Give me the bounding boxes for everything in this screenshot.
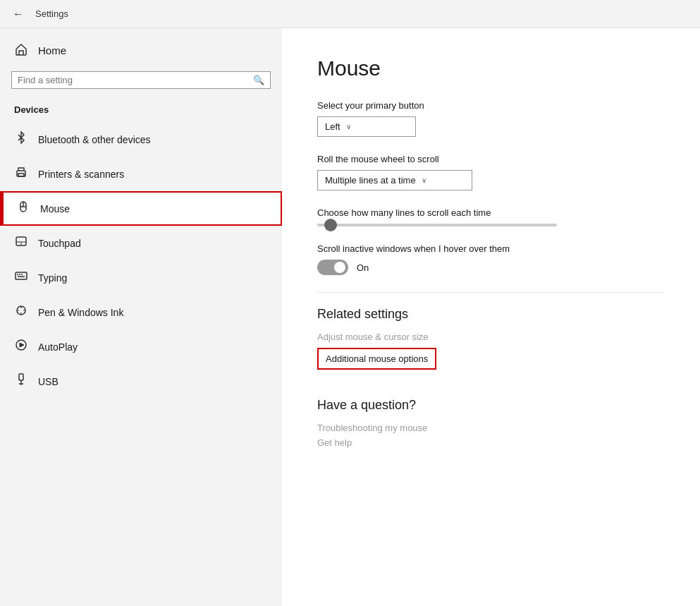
bluetooth-label: Bluetooth & other devices: [38, 134, 151, 145]
sidebar: Home 🔍 Devices Bluetooth & other devices: [0, 28, 282, 606]
related-settings: Related settings Adjust mouse & cursor s…: [317, 307, 665, 381]
usb-icon: [14, 372, 28, 390]
autoplay-svg: [14, 338, 28, 352]
scroll-wheel-value: Multiple lines at a time: [325, 175, 416, 186]
scroll-inactive-setting: Scroll inactive windows when I hover ove…: [317, 243, 665, 275]
typing-svg: [14, 269, 28, 283]
bluetooth-svg: [14, 131, 28, 145]
svg-rect-8: [16, 272, 27, 279]
search-input[interactable]: [18, 75, 253, 85]
pen-svg: [14, 303, 28, 317]
slider-track: [317, 224, 557, 226]
sidebar-item-bluetooth[interactable]: Bluetooth & other devices: [0, 122, 282, 157]
title-bar-title: Settings: [35, 8, 68, 19]
pen-icon: [14, 303, 28, 321]
scroll-chevron-icon: ∨: [422, 176, 426, 184]
scroll-lines-label: Choose how many lines to scroll each tim…: [317, 207, 665, 218]
home-icon: [14, 42, 28, 59]
svg-marker-15: [20, 343, 24, 347]
touchpad-label: Touchpad: [38, 238, 81, 249]
question-title: Have a question?: [317, 398, 665, 413]
page-title: Mouse: [317, 56, 665, 80]
sidebar-item-mouse[interactable]: Mouse: [0, 191, 282, 226]
toggle-row: On: [317, 260, 665, 275]
slider-thumb[interactable]: [324, 219, 337, 231]
typing-icon: [14, 269, 28, 286]
sidebar-item-printers[interactable]: Printers & scanners: [0, 157, 282, 191]
scroll-lines-slider-container: [317, 224, 665, 226]
sidebar-item-touchpad[interactable]: Touchpad: [0, 226, 282, 260]
autoplay-label: AutoPlay: [38, 341, 78, 353]
sidebar-item-home[interactable]: Home: [0, 35, 282, 66]
sidebar-item-usb[interactable]: USB: [0, 364, 282, 399]
usb-svg: [14, 372, 28, 387]
svg-rect-16: [19, 374, 23, 380]
touchpad-svg: [14, 234, 28, 248]
printers-label: Printers & scanners: [38, 169, 124, 180]
pen-label: Pen & Windows Ink: [38, 307, 123, 318]
back-button[interactable]: ←: [8, 5, 28, 23]
typing-label: Typing: [38, 272, 67, 284]
sidebar-item-autoplay[interactable]: AutoPlay: [0, 329, 282, 364]
mouse-svg: [16, 200, 30, 214]
mouse-label: Mouse: [40, 203, 70, 214]
usb-label: USB: [38, 376, 59, 387]
adjust-mouse-link[interactable]: Adjust mouse & cursor size: [317, 332, 665, 342]
section-divider: [317, 292, 665, 293]
toggle-knob: [334, 262, 345, 273]
mouse-icon: [16, 200, 30, 217]
sidebar-item-pen[interactable]: Pen & Windows Ink: [0, 295, 282, 329]
scroll-lines-setting: Choose how many lines to scroll each tim…: [317, 207, 665, 226]
primary-button-label: Select your primary button: [317, 100, 665, 111]
chevron-down-icon: ∨: [346, 123, 351, 131]
autoplay-icon: [14, 338, 28, 356]
sidebar-item-typing[interactable]: Typing: [0, 260, 282, 295]
touchpad-icon: [14, 234, 28, 252]
primary-button-dropdown[interactable]: Left ∨: [317, 116, 416, 137]
scroll-inactive-toggle[interactable]: [317, 260, 348, 275]
primary-button-value: Left: [325, 121, 340, 132]
home-label: Home: [38, 44, 66, 56]
sidebar-search-container: 🔍: [11, 71, 271, 89]
primary-button-setting: Select your primary button Left ∨: [317, 100, 665, 137]
printer-icon: [14, 165, 28, 183]
toggle-state-label: On: [357, 262, 369, 273]
main-layout: Home 🔍 Devices Bluetooth & other devices: [0, 28, 700, 606]
troubleshooting-link[interactable]: Troubleshooting my mouse: [317, 423, 665, 433]
get-help-link[interactable]: Get help: [317, 437, 665, 448]
scroll-inactive-label: Scroll inactive windows when I hover ove…: [317, 243, 665, 254]
have-a-question: Have a question? Troubleshooting my mous…: [317, 398, 665, 448]
printer-svg: [14, 165, 28, 179]
title-bar: ← Settings: [0, 0, 700, 28]
additional-mouse-options-link[interactable]: Additional mouse options: [317, 348, 436, 370]
bluetooth-icon: [14, 131, 28, 148]
section-label: Devices: [0, 100, 282, 122]
content-area: Mouse Select your primary button Left ∨ …: [282, 28, 700, 606]
related-settings-title: Related settings: [317, 307, 665, 322]
search-icon: 🔍: [253, 75, 264, 85]
svg-rect-1: [18, 174, 24, 176]
scroll-wheel-dropdown[interactable]: Multiple lines at a time ∨: [317, 170, 472, 190]
scroll-wheel-label: Roll the mouse wheel to scroll: [317, 154, 665, 164]
home-svg: [14, 42, 28, 56]
scroll-wheel-setting: Roll the mouse wheel to scroll Multiple …: [317, 154, 665, 190]
